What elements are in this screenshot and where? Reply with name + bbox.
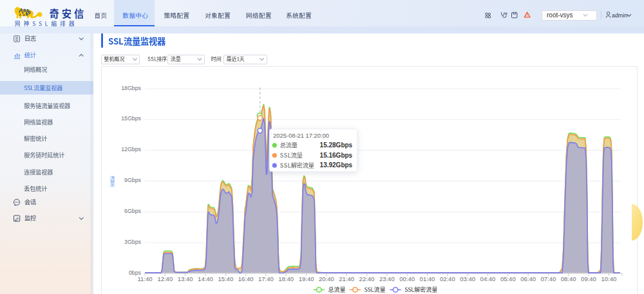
svg-text:09:40: 09:40	[581, 275, 596, 282]
svg-text:15:40: 15:40	[218, 275, 233, 282]
svg-text:3Gbps: 3Gbps	[124, 239, 142, 245]
svg-text:23:40: 23:40	[379, 275, 395, 282]
svg-text:22:40: 22:40	[359, 275, 375, 282]
svg-text:root-vsys: root-vsys	[547, 12, 573, 19]
svg-text:13.92Gbps: 13.92Gbps	[320, 161, 353, 169]
svg-text:9Gbps: 9Gbps	[124, 177, 142, 183]
svg-text:admin: admin	[612, 12, 627, 19]
svg-text:07:40: 07:40	[541, 275, 556, 282]
svg-text:17:40: 17:40	[258, 275, 274, 282]
svg-text:05:40: 05:40	[500, 275, 516, 282]
svg-text:08:40: 08:40	[561, 275, 576, 282]
svg-text:21:40: 21:40	[339, 275, 354, 282]
svg-text:04:40: 04:40	[480, 275, 496, 282]
svg-text:14:40: 14:40	[198, 275, 213, 282]
svg-text:06:40: 06:40	[520, 275, 536, 282]
svg-text:12:40: 12:40	[157, 275, 173, 282]
svg-text:15.16Gbps: 15.16Gbps	[320, 152, 353, 159]
svg-text:15.28Gbps: 15.28Gbps	[320, 142, 353, 149]
svg-text:00:40: 00:40	[399, 275, 415, 282]
svg-text:18:40: 18:40	[278, 275, 294, 282]
svg-text:11:40: 11:40	[137, 275, 152, 282]
svg-text:13:40: 13:40	[178, 275, 193, 282]
svg-text:16:40: 16:40	[238, 275, 254, 282]
svg-text:02:40: 02:40	[440, 275, 455, 282]
svg-text:2025-08-21 17:20:00: 2025-08-21 17:20:00	[273, 132, 329, 139]
svg-text:01:40: 01:40	[420, 275, 435, 282]
svg-text:6Gbps: 6Gbps	[124, 208, 142, 214]
svg-text:20:40: 20:40	[319, 275, 334, 282]
svg-text:10:40: 10:40	[601, 275, 617, 282]
svg-text:15Gbps: 15Gbps	[121, 115, 141, 122]
svg-text:12Gbps: 12Gbps	[121, 146, 141, 152]
svg-text:18Gbps: 18Gbps	[121, 85, 141, 91]
svg-text:03:40: 03:40	[460, 275, 475, 282]
svg-text:19:40: 19:40	[299, 275, 314, 282]
